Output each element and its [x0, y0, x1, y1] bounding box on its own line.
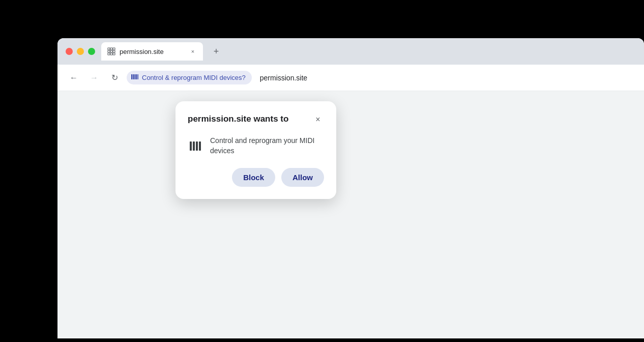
- dialog-close-button[interactable]: ×: [312, 113, 324, 126]
- tab-title: permission.site: [120, 48, 185, 55]
- close-traffic-light[interactable]: [66, 48, 73, 55]
- svg-rect-17: [199, 141, 201, 151]
- svg-rect-13: [138, 74, 138, 79]
- nav-bar: ← → ↻ Control & reprogram MIDI devices? …: [57, 65, 644, 91]
- permission-chip[interactable]: Control & reprogram MIDI devices?: [127, 71, 252, 84]
- traffic-lights: [66, 48, 95, 55]
- svg-rect-12: [136, 74, 137, 79]
- svg-rect-4: [110, 50, 112, 52]
- svg-rect-9: [131, 74, 132, 79]
- block-button[interactable]: Block: [232, 168, 275, 187]
- tab-close-button[interactable]: ×: [189, 47, 197, 55]
- svg-rect-5: [113, 50, 115, 52]
- permission-dialog: permission.site wants to × Control and r…: [175, 101, 336, 199]
- allow-button[interactable]: Allow: [281, 168, 324, 187]
- back-button[interactable]: ←: [66, 70, 82, 86]
- svg-rect-3: [108, 50, 110, 52]
- svg-rect-1: [110, 48, 112, 50]
- midi-permission-icon: [188, 138, 204, 154]
- svg-rect-10: [133, 74, 134, 79]
- minimize-traffic-light[interactable]: [77, 48, 84, 55]
- svg-rect-7: [110, 53, 112, 55]
- dialog-header: permission.site wants to ×: [188, 113, 324, 126]
- refresh-button[interactable]: ↻: [106, 70, 123, 86]
- browser-tab[interactable]: permission.site ×: [101, 42, 203, 61]
- maximize-traffic-light[interactable]: [88, 48, 95, 55]
- svg-rect-8: [113, 53, 115, 55]
- title-bar: permission.site × +: [57, 38, 644, 65]
- svg-rect-6: [108, 53, 110, 55]
- page-content: permission.site wants to × Control and r…: [57, 91, 644, 338]
- address-bar[interactable]: permission.site: [256, 74, 311, 82]
- browser-window: permission.site × + ← → ↻ Control & repr…: [57, 38, 644, 338]
- svg-rect-0: [108, 48, 110, 50]
- forward-button[interactable]: →: [86, 70, 102, 86]
- svg-rect-14: [190, 141, 192, 151]
- tab-favicon-icon: [107, 47, 115, 55]
- svg-rect-11: [134, 74, 135, 79]
- new-tab-button[interactable]: +: [209, 44, 223, 59]
- midi-chip-icon: [131, 73, 139, 82]
- dialog-title: permission.site wants to: [188, 113, 288, 125]
- permission-description: Control and reprogram your MIDI devices: [210, 136, 324, 156]
- svg-rect-15: [193, 141, 195, 151]
- svg-rect-2: [113, 48, 115, 50]
- dialog-buttons: Block Allow: [188, 168, 324, 187]
- permission-chip-text: Control & reprogram MIDI devices?: [142, 74, 246, 81]
- dialog-permission-row: Control and reprogram your MIDI devices: [188, 136, 324, 156]
- svg-rect-16: [196, 141, 198, 151]
